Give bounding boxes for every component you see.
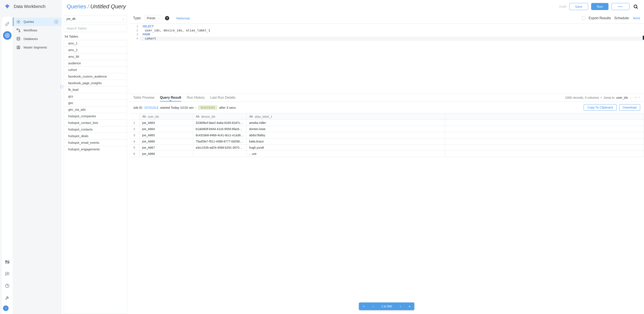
nav-item-workflows[interactable]: Workflows [13, 26, 62, 35]
table-row[interactable]: 5joe_A667a3cc152b-ad24-4568-b291-39704c…… [129, 145, 644, 151]
nav-item-master-segments[interactable]: Master Segments [13, 43, 62, 52]
user-avatar[interactable]: J [3, 306, 8, 311]
help-icon[interactable]: ? [165, 16, 169, 20]
nav-item-label: Workflows [24, 29, 37, 32]
export-results-label: Export Results [588, 16, 611, 20]
add-icon[interactable]: + [54, 20, 58, 24]
database-icon [16, 37, 20, 41]
svg-marker-0 [5, 4, 10, 8]
rail-chat-icon[interactable] [3, 270, 12, 278]
table-row[interactable]: 2joe_A664b1ab983f-b944-41cb-9559-6facb84… [129, 126, 644, 132]
draft-status: Draft [559, 5, 566, 8]
nav-item-databases[interactable]: Databases [13, 35, 62, 43]
table-row[interactable]: 4joe_A66675a4f3e7-f911-4388-8777-0d298a…… [129, 139, 644, 145]
table-item[interactable]: audience [64, 60, 127, 67]
cursor-mark [643, 36, 644, 40]
results-tab-table-preview[interactable]: Table Preview [133, 96, 154, 101]
column-header[interactable]: Abdevice_ids [193, 113, 246, 120]
table-item[interactable]: facebook_custom_audience [64, 73, 127, 80]
table-item[interactable]: gec [64, 100, 127, 106]
breadcrumb-root[interactable]: Queries [67, 3, 86, 10]
paginator-prev-icon[interactable]: ‹ [368, 303, 377, 310]
left-nav: Queries+WorkflowsDatabasesMaster Segment… [13, 13, 62, 314]
copy-to-clipboard-button[interactable]: Copy To Clipboard [584, 104, 616, 111]
row-resize-handle[interactable]: ══ [635, 97, 636, 99]
svg-point-10 [18, 21, 18, 22]
table-item[interactable]: amc_tbl [64, 53, 127, 60]
brand-name: Data Workbench [14, 4, 46, 9]
workflow-icon [16, 28, 20, 32]
results-panel: Table PreviewQuery ResultRun HistoryLast… [129, 94, 644, 314]
results-tab-run-history[interactable]: Run History [187, 96, 205, 101]
table-item[interactable]: hubspot_contact_lists [64, 120, 127, 126]
paginator-last-icon[interactable]: » [405, 303, 414, 310]
table-item[interactable]: amc_1 [64, 40, 127, 47]
database-select[interactable]: joe_db ⌄ [64, 15, 127, 22]
main-panel: Queries / Untitled Query Draft Save Run … [62, 0, 644, 314]
jump-to-label: Jump to [604, 96, 615, 99]
breadcrumb-leaf: Untitled Query [90, 3, 126, 10]
table-item[interactable]: hubspot_contacts [64, 126, 127, 133]
chevron-down-icon[interactable]: ⌄ [630, 96, 632, 99]
paginator-range: 1 to 500 [378, 303, 396, 310]
query-type-label: Type: [133, 16, 142, 20]
job-duration: after 3 secs [219, 106, 236, 109]
column-header[interactable]: Abalias_label_1 [246, 113, 445, 120]
table-item[interactable]: fb_lead [64, 87, 127, 93]
more-button[interactable]: ••• [612, 3, 630, 10]
table-row[interactable]: 1joe_A66332369bcf-8ae2-4a6a-8165-8187c5…… [129, 120, 644, 126]
table-row[interactable]: 6joe_A668…ure [129, 151, 644, 157]
nav-item-label: Queries [24, 20, 34, 23]
column-header[interactable]: Abuser_ids [140, 113, 193, 120]
svg-point-6 [7, 273, 8, 274]
results-grid[interactable]: Abuser_idsAbdevice_idsAbalias_label_1 1j… [129, 113, 644, 314]
search-tables-input[interactable] [64, 24, 127, 32]
job-id[interactable]: 15701313 [144, 106, 158, 109]
svg-point-15 [18, 47, 19, 48]
svg-point-13 [17, 37, 20, 38]
nav-item-queries[interactable]: Queries+ [13, 17, 62, 26]
table-item[interactable]: hubspot_engagements [64, 146, 127, 153]
global-search-icon[interactable] [632, 3, 639, 10]
svg-point-5 [8, 262, 8, 263]
rail-wrench-icon[interactable] [3, 294, 12, 302]
reformat-link[interactable]: Reformat [176, 16, 190, 20]
save-button[interactable]: Save [569, 3, 588, 10]
table-item[interactable]: cohort [64, 67, 127, 73]
breadcrumb: Queries / Untitled Query [67, 3, 126, 10]
query-icon [16, 20, 20, 24]
rail-toggle-icon[interactable] [3, 258, 12, 266]
svg-point-3 [6, 261, 7, 261]
collapse-sidebar-icon[interactable]: ‹ [60, 85, 63, 88]
table-item[interactable]: gcs [64, 93, 127, 100]
tables-count: 54 Tables [64, 35, 126, 38]
run-button[interactable]: Run [591, 3, 609, 10]
paginator-first-icon[interactable]: « [359, 303, 368, 310]
rail-help-icon[interactable] [3, 282, 12, 290]
table-item[interactable]: hubspot_email_events [64, 140, 127, 146]
table-item[interactable]: hubspot_deals [64, 133, 127, 140]
schedule-value[interactable]: None [633, 16, 640, 20]
results-summary: 1000 records, 3 columns [565, 96, 599, 99]
chevron-up-icon[interactable]: ⌄ [638, 96, 640, 99]
query-type-select[interactable]: Presto ⌄ [144, 15, 162, 21]
table-item[interactable]: gec_via_ads [64, 106, 127, 113]
table-row[interactable]: 3joe_A6656c432de8-84b6-4c41-8cc1-e1a38a…… [129, 132, 644, 139]
download-button[interactable]: Download [619, 104, 640, 111]
rail-settings-gear-icon[interactable] [3, 31, 12, 40]
sql-editor[interactable]: 1234 SELECTuser_ids, device_ids, alias_l… [129, 23, 644, 94]
paginator-next-icon[interactable]: › [396, 303, 404, 310]
jump-to-field[interactable]: user_ids [616, 96, 628, 99]
export-results-checkbox[interactable] [582, 16, 585, 20]
results-tab-last-run-details[interactable]: Last Run Details [210, 96, 235, 101]
table-item[interactable]: facebook_page_insights [64, 80, 127, 87]
table-item[interactable]: hubspot_companies [64, 113, 127, 120]
app-root: Data Workbench [0, 0, 644, 314]
icon-rail: J [0, 13, 13, 314]
brand-logo-icon [5, 4, 10, 9]
results-tab-query-result[interactable]: Query Result [160, 96, 182, 101]
results-tabs: Table PreviewQuery ResultRun HistoryLast… [129, 94, 644, 101]
job-started: started Today 10:02 am [160, 106, 194, 109]
rail-link-icon[interactable] [3, 20, 12, 28]
table-item[interactable]: amc_2 [64, 47, 127, 53]
